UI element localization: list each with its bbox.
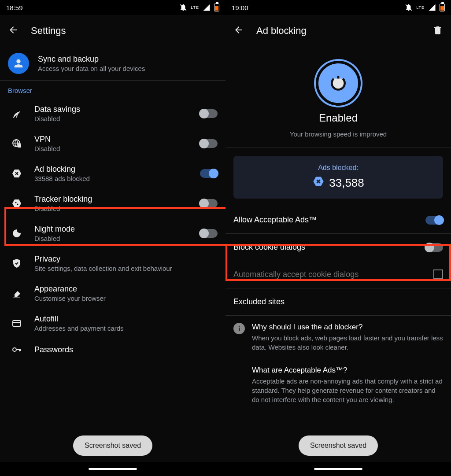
row-label: Block cookie dialogs bbox=[233, 243, 305, 252]
data-savings-toggle[interactable] bbox=[200, 109, 218, 118]
item-title: Passwords bbox=[34, 345, 218, 354]
item-title: Data savings bbox=[34, 105, 191, 114]
battery-icon bbox=[214, 4, 219, 11]
svg-rect-2 bbox=[18, 144, 21, 148]
page-title: Settings bbox=[31, 25, 66, 37]
item-title: Night mode bbox=[34, 225, 191, 234]
data-savings-row[interactable]: Data savings Disabled bbox=[0, 99, 226, 129]
back-icon[interactable] bbox=[233, 25, 244, 37]
tracker-toggle[interactable] bbox=[200, 199, 218, 208]
privacy-row[interactable]: Privacy Site settings, data collection a… bbox=[0, 248, 226, 278]
tracker-blocking-row[interactable]: Tracker blocking Disabled bbox=[0, 188, 226, 218]
do-not-disturb-icon bbox=[405, 4, 413, 11]
sync-sub: Access your data on all your devices bbox=[38, 65, 218, 72]
status-icons: LTE bbox=[179, 4, 219, 11]
toast-screenshot: Screenshot saved bbox=[73, 435, 152, 456]
item-sub: Disabled bbox=[34, 205, 191, 212]
row-label: Automatically accept cookie dialogs bbox=[233, 270, 359, 279]
item-sub: Addresses and payment cards bbox=[34, 325, 218, 332]
night-mode-toggle[interactable] bbox=[200, 229, 218, 238]
account-avatar-icon bbox=[8, 53, 29, 74]
stats-label: Ads blocked: bbox=[318, 164, 359, 172]
credit-card-icon bbox=[8, 318, 26, 328]
row-label: Excluded sites bbox=[233, 297, 285, 306]
svg-point-8 bbox=[13, 348, 16, 351]
hexagon-x-icon bbox=[312, 175, 325, 191]
info-icon: i bbox=[233, 323, 245, 334]
autofill-row[interactable]: Autofill Addresses and payment cards bbox=[0, 308, 226, 338]
vpn-toggle[interactable] bbox=[200, 139, 218, 148]
status-time: 18:59 bbox=[6, 4, 23, 11]
item-title: Autofill bbox=[34, 314, 218, 324]
cookie-dialogs-toggle[interactable] bbox=[425, 243, 443, 252]
nav-bar bbox=[226, 462, 451, 476]
shield-check-icon bbox=[8, 258, 26, 269]
ad-blocking-screen: 19:00 LTE Ad blocking Enabled Your brows… bbox=[226, 0, 451, 476]
item-title: VPN bbox=[34, 135, 191, 144]
settings-screen: 18:59 LTE Settings Sync and backup Acces… bbox=[0, 0, 226, 476]
block-cookie-dialogs-row[interactable]: Block cookie dialogs bbox=[226, 234, 451, 261]
network-lte-icon: LTE bbox=[191, 6, 199, 10]
footprints-hex-icon bbox=[8, 198, 26, 209]
toast-screenshot: Screenshot saved bbox=[299, 435, 378, 456]
do-not-disturb-icon bbox=[179, 4, 187, 11]
svg-point-3 bbox=[15, 202, 17, 203]
item-sub: Disabled bbox=[34, 235, 191, 242]
status-bar: 19:00 LTE bbox=[226, 0, 451, 15]
item-sub: 33588 ads blocked bbox=[34, 175, 191, 182]
auto-accept-checkbox bbox=[433, 269, 443, 279]
signal-icon bbox=[203, 4, 211, 11]
app-bar: Ad blocking bbox=[226, 15, 451, 47]
trash-icon[interactable] bbox=[433, 25, 443, 37]
stats-value: 33,588 bbox=[329, 176, 364, 190]
ad-blocking-row[interactable]: Ad blocking 33588 ads blocked bbox=[0, 159, 226, 188]
paint-bucket-icon bbox=[8, 288, 26, 299]
info-acceptable-block: What are Acceptable Ads™? Acceptable ads… bbox=[226, 359, 451, 411]
nav-bar bbox=[0, 462, 226, 476]
hero-section: Enabled Your browsing speed is improved bbox=[226, 47, 451, 148]
info-body: When you block ads, web pages load faste… bbox=[252, 333, 443, 352]
excluded-sites-row[interactable]: Excluded sites bbox=[226, 288, 451, 315]
item-title: Appearance bbox=[34, 284, 218, 294]
status-icons: LTE bbox=[405, 4, 445, 11]
hero-title: Enabled bbox=[319, 112, 358, 124]
ad-blocking-toggle[interactable] bbox=[200, 169, 218, 178]
appearance-row[interactable]: Appearance Customise your browser bbox=[0, 278, 226, 308]
auto-accept-cookie-row: Automatically accept cookie dialogs bbox=[226, 261, 451, 288]
ads-blocked-card: Ads blocked: 33,588 bbox=[233, 156, 443, 199]
settings-content: Sync and backup Access your data on all … bbox=[0, 47, 226, 462]
hero-sub: Your browsing speed is improved bbox=[290, 130, 387, 138]
key-icon bbox=[8, 344, 26, 355]
info-why-block: i Why should I use the ad blocker? When … bbox=[226, 316, 451, 359]
ad-blocking-content: Enabled Your browsing speed is improved … bbox=[226, 47, 451, 462]
leaf-icon bbox=[8, 108, 26, 119]
signal-icon bbox=[428, 4, 436, 11]
status-time: 19:00 bbox=[232, 4, 248, 11]
sync-title: Sync and backup bbox=[38, 55, 218, 64]
allow-acceptable-ads-row[interactable]: Allow Acceptable Ads™ bbox=[226, 207, 451, 233]
moon-icon bbox=[8, 228, 26, 239]
sync-backup-row[interactable]: Sync and backup Access your data on all … bbox=[0, 47, 226, 80]
svg-rect-7 bbox=[13, 322, 21, 323]
item-title: Ad blocking bbox=[34, 165, 191, 174]
item-title: Privacy bbox=[34, 255, 218, 264]
item-title: Tracker blocking bbox=[34, 195, 191, 204]
item-sub: Site settings, data collection and exit … bbox=[34, 265, 218, 272]
power-button[interactable] bbox=[316, 61, 361, 106]
night-mode-row[interactable]: Night mode Disabled bbox=[0, 218, 226, 248]
battery-icon bbox=[440, 4, 445, 11]
item-sub: Disabled bbox=[34, 115, 191, 122]
page-title: Ad blocking bbox=[256, 25, 307, 37]
info-body: Acceptable ads are non-annoying ads that… bbox=[252, 376, 443, 404]
divider bbox=[226, 148, 451, 148]
back-icon[interactable] bbox=[8, 25, 18, 37]
network-lte-icon: LTE bbox=[416, 6, 425, 10]
passwords-row[interactable]: Passwords bbox=[0, 338, 226, 361]
acceptable-ads-toggle[interactable] bbox=[425, 216, 443, 225]
svg-rect-5 bbox=[13, 297, 20, 298]
info-head: Why should I use the ad blocker? bbox=[252, 323, 443, 332]
row-label: Allow Acceptable Ads™ bbox=[233, 215, 317, 225]
vpn-row[interactable]: VPN Disabled bbox=[0, 129, 226, 159]
hexagon-x-icon bbox=[8, 168, 26, 179]
svg-point-4 bbox=[17, 204, 18, 205]
